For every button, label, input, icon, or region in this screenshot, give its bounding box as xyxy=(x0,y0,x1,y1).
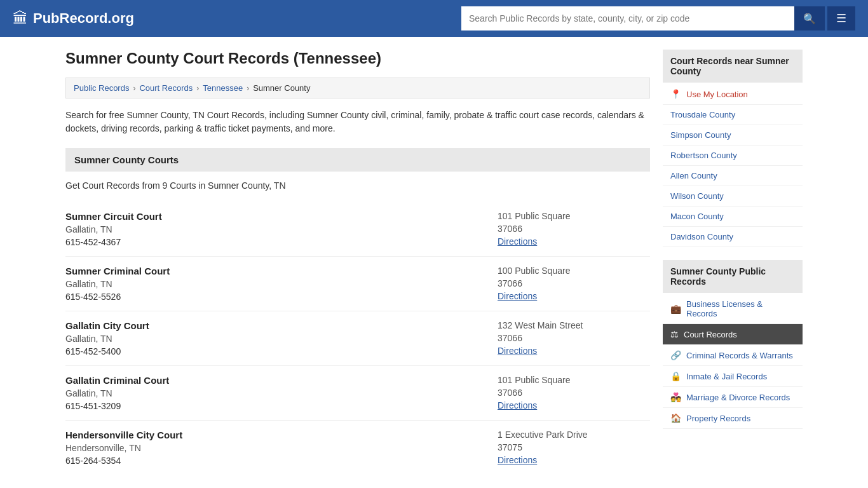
breadcrumb-court-records[interactable]: Court Records xyxy=(139,83,193,93)
court-zip: 37075 xyxy=(498,442,650,452)
courts-list: Sumner Circuit Court Gallatin, TN 615-45… xyxy=(65,202,650,475)
search-bar: 🔍 ☰ xyxy=(461,6,855,30)
court-street: 101 Public Square xyxy=(498,211,650,221)
court-phone: 615-264-5354 xyxy=(65,456,485,466)
public-records-item[interactable]: 💼 Business Licenses & Records xyxy=(663,294,803,324)
record-type-icon: 💑 xyxy=(670,392,681,402)
logo-icon: 🏛 xyxy=(13,10,28,27)
court-street: 101 Public Square xyxy=(498,375,650,385)
public-records-item[interactable]: ⚖ Court Records xyxy=(663,324,803,345)
nearby-header: Court Records near Sumner County xyxy=(663,50,803,83)
court-city: Hendersonville, TN xyxy=(65,443,485,453)
directions-link[interactable]: Directions xyxy=(498,236,537,247)
court-entry: Sumner Criminal Court Gallatin, TN 615-4… xyxy=(65,257,650,311)
court-info: Hendersonville City Court Hendersonville… xyxy=(65,430,485,466)
record-type-icon: 🔒 xyxy=(670,371,681,381)
court-address: 1 Executive Park Drive 37075 Directions xyxy=(498,430,650,466)
nearby-county[interactable]: Wilson County xyxy=(663,186,803,207)
main-container: Sumner County Court Records (Tennessee) … xyxy=(53,37,815,487)
court-entry: Gallatin City Court Gallatin, TN 615-452… xyxy=(65,311,650,366)
record-type-icon: ⚖ xyxy=(670,329,679,339)
court-city: Gallatin, TN xyxy=(65,224,485,234)
search-button[interactable]: 🔍 xyxy=(794,6,825,30)
nearby-county[interactable]: Davidson County xyxy=(663,227,803,247)
content-area: Sumner County Court Records (Tennessee) … xyxy=(65,50,650,475)
breadcrumb-sep-2: › xyxy=(196,84,199,93)
breadcrumb-sep-1: › xyxy=(133,84,135,93)
court-name: Hendersonville City Court xyxy=(65,430,485,440)
court-street: 132 West Main Street xyxy=(498,320,650,330)
courts-section-header: Sumner County Courts xyxy=(65,148,650,172)
directions-link[interactable]: Directions xyxy=(498,346,537,356)
court-phone: 615-452-4367 xyxy=(65,237,485,247)
nearby-counties-list: Trousdale CountySimpson CountyRobertson … xyxy=(663,105,803,247)
court-street: 1 Executive Park Drive xyxy=(498,430,650,440)
court-info: Gallatin City Court Gallatin, TN 615-452… xyxy=(65,320,485,356)
public-records-list: 💼 Business Licenses & Records ⚖ Court Re… xyxy=(663,294,803,429)
court-phone: 615-452-5526 xyxy=(65,292,485,302)
breadcrumb-current: Sumner County xyxy=(253,83,310,93)
logo-text: PubRecord.org xyxy=(33,10,134,27)
sidebar: Court Records near Sumner County 📍 Use M… xyxy=(663,50,803,475)
location-icon: 📍 xyxy=(670,89,681,99)
public-records-item[interactable]: 🔒 Inmate & Jail Records xyxy=(663,366,803,387)
court-city: Gallatin, TN xyxy=(65,388,485,398)
record-type-label: Property Records xyxy=(686,414,750,423)
record-type-label: Business Licenses & Records xyxy=(686,299,795,318)
public-records-item[interactable]: 🔗 Criminal Records & Warrants xyxy=(663,345,803,366)
directions-link[interactable]: Directions xyxy=(498,400,537,410)
courts-count: Get Court Records from 9 Courts in Sumne… xyxy=(65,174,650,197)
use-my-location[interactable]: 📍 Use My Location xyxy=(663,84,803,105)
court-entry: Gallatin Criminal Court Gallatin, TN 615… xyxy=(65,366,650,421)
breadcrumb: Public Records › Court Records › Tenness… xyxy=(65,78,650,98)
court-address: 101 Public Square 37066 Directions xyxy=(498,211,650,247)
page-title: Sumner County Court Records (Tennessee) xyxy=(65,50,650,67)
public-records-item[interactable]: 🏠 Property Records xyxy=(663,408,803,429)
court-zip: 37066 xyxy=(498,224,650,234)
court-entry: Hendersonville City Court Hendersonville… xyxy=(65,421,650,475)
court-city: Gallatin, TN xyxy=(65,279,485,289)
public-records-item[interactable]: 💑 Marriage & Divorce Records xyxy=(663,387,803,408)
court-address: 132 West Main Street 37066 Directions xyxy=(498,320,650,356)
court-street: 100 Public Square xyxy=(498,266,650,276)
nearby-county[interactable]: Trousdale County xyxy=(663,105,803,125)
court-info: Sumner Criminal Court Gallatin, TN 615-4… xyxy=(65,266,485,302)
breadcrumb-public-records[interactable]: Public Records xyxy=(74,83,129,93)
court-info: Gallatin Criminal Court Gallatin, TN 615… xyxy=(65,375,485,411)
site-header: 🏛 PubRecord.org 🔍 ☰ xyxy=(0,0,868,37)
record-type-icon: 🔗 xyxy=(670,350,681,360)
public-records-section: Sumner County Public Records 💼 Business … xyxy=(663,260,803,429)
court-entry: Sumner Circuit Court Gallatin, TN 615-45… xyxy=(65,202,650,257)
breadcrumb-sep-3: › xyxy=(247,84,249,93)
court-city: Gallatin, TN xyxy=(65,334,485,344)
court-name: Sumner Criminal Court xyxy=(65,266,485,276)
court-address: 100 Public Square 37066 Directions xyxy=(498,266,650,302)
court-zip: 37066 xyxy=(498,388,650,398)
logo-link[interactable]: 🏛 PubRecord.org xyxy=(13,10,134,27)
record-type-label: Court Records xyxy=(684,330,737,339)
record-type-label: Marriage & Divorce Records xyxy=(686,393,790,402)
nearby-county[interactable]: Simpson County xyxy=(663,125,803,146)
nearby-county[interactable]: Robertson County xyxy=(663,146,803,166)
directions-link[interactable]: Directions xyxy=(498,291,537,301)
court-zip: 37066 xyxy=(498,333,650,343)
page-description: Search for free Sumner County, TN Court … xyxy=(65,109,650,135)
court-name: Gallatin Criminal Court xyxy=(65,375,485,386)
court-phone: 615-452-5400 xyxy=(65,346,485,356)
search-input[interactable] xyxy=(461,6,794,30)
menu-button[interactable]: ☰ xyxy=(827,6,855,30)
directions-link[interactable]: Directions xyxy=(498,455,537,465)
court-phone: 615-451-3209 xyxy=(65,401,485,411)
record-type-icon: 💼 xyxy=(670,304,681,314)
court-address: 101 Public Square 37066 Directions xyxy=(498,375,650,411)
record-type-label: Inmate & Jail Records xyxy=(686,372,767,381)
record-type-label: Criminal Records & Warrants xyxy=(686,351,793,360)
public-records-header: Sumner County Public Records xyxy=(663,260,803,293)
court-name: Sumner Circuit Court xyxy=(65,211,485,222)
nearby-section: Court Records near Sumner County 📍 Use M… xyxy=(663,50,803,247)
use-location-label: Use My Location xyxy=(686,90,748,99)
nearby-county[interactable]: Allen County xyxy=(663,166,803,186)
breadcrumb-tennessee[interactable]: Tennessee xyxy=(203,83,243,93)
court-info: Sumner Circuit Court Gallatin, TN 615-45… xyxy=(65,211,485,247)
nearby-county[interactable]: Macon County xyxy=(663,207,803,227)
